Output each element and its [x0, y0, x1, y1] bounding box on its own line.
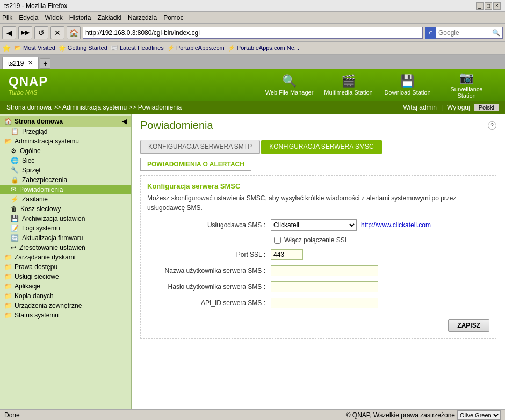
- sidebar-item-backup-settings[interactable]: 💾 Archiwizacja ustawień: [0, 214, 131, 223]
- help-icon[interactable]: ?: [488, 121, 496, 130]
- breadcrumb: Strona domowa >> Administracja systemu >…: [6, 104, 182, 111]
- home-button[interactable]: 🏠: [67, 26, 81, 39]
- menu-history[interactable]: Historia: [69, 14, 91, 21]
- sidebar-item-overview[interactable]: 📋 Przegląd: [0, 127, 131, 136]
- network-icon: 🌐: [11, 157, 19, 164]
- sidebar-group-status[interactable]: 📁 Status systemu: [0, 310, 131, 320]
- browser-menu: Plik Edycja Widok Historia Zakładki Narz…: [0, 12, 505, 24]
- theme-selector: © QNAP, Wszelkie prawa zastrzeżone Olive…: [346, 410, 501, 420]
- sidebar-item-firmware[interactable]: 🔄 Aktualizacja firmwaru: [0, 233, 131, 243]
- sidebar-group-disks[interactable]: 📁 Zarządzanie dyskami: [0, 252, 131, 262]
- sidebar-item-general[interactable]: ⚙ Ogólne: [0, 146, 131, 156]
- description: Możesz skonfigurować ustawienia SMSC, ab…: [147, 193, 489, 213]
- menu-bookmarks[interactable]: Zakładki: [97, 14, 121, 21]
- section-title: Konfiguracja serwera SMSC: [147, 182, 489, 190]
- sidebar-item-recycle[interactable]: 🗑 Kosz sieciowy: [0, 204, 131, 214]
- sidebar-group-apps[interactable]: 📁 Aplikacje: [0, 281, 131, 291]
- maximize-button[interactable]: □: [485, 2, 492, 10]
- sidebar-collapse-icon[interactable]: ◀: [122, 118, 127, 125]
- bookmark-most-visited[interactable]: 📂 Most Visited: [14, 45, 55, 52]
- sidebar-home[interactable]: 🏠 Strona domowa ◀: [0, 116, 131, 127]
- qnap-body: 🏠 Strona domowa ◀ 📋 Przegląd 📂 Administr…: [0, 114, 505, 409]
- provider-select[interactable]: Clickatell: [271, 219, 357, 231]
- browser-toolbar: ◀ ▶▶ ↺ ✕ 🏠 G 🔍: [0, 24, 505, 42]
- hardware-icon: 🔧: [11, 166, 19, 174]
- provider-link[interactable]: http://www.clickatell.com: [361, 221, 431, 229]
- nav-surveillance-station[interactable]: 📷 Surveillance Station: [437, 69, 496, 101]
- access-folder-icon: 📁: [4, 263, 12, 271]
- sidebar-group-external[interactable]: 📁 Urządzenia zewnętrzne: [0, 301, 131, 310]
- provider-row: Usługodawca SMS : Clickatell http://www.…: [147, 219, 489, 231]
- bookmark-portableapps[interactable]: ⚡ PortableApps.com: [167, 45, 225, 52]
- home-icon: 🏠: [4, 118, 12, 125]
- menu-tools[interactable]: Narzędzia: [128, 14, 157, 21]
- logout-link[interactable]: Wyloguj: [447, 104, 470, 111]
- tab-smsc[interactable]: KONFIGURACJA SERWERA SMSC: [261, 140, 381, 154]
- external-folder-icon: 📁: [4, 302, 12, 309]
- nav-multimedia-station[interactable]: 🎬 Multimedia Station: [319, 69, 378, 101]
- power-icon: ⚡: [11, 195, 19, 203]
- sidebar-item-network[interactable]: 🌐 Sieć: [0, 156, 131, 165]
- search-input[interactable]: [436, 29, 490, 37]
- menu-help[interactable]: Pomoc: [163, 14, 183, 21]
- sidebar-group-access[interactable]: 📁 Prawa dostępu: [0, 262, 131, 272]
- menu-view[interactable]: Widok: [45, 14, 62, 21]
- bookmark-portableapps2[interactable]: ⚡ PortableApps.com Ne...: [228, 45, 299, 52]
- menu-edit[interactable]: Edycja: [19, 14, 38, 21]
- qnap-header: QNAP Turbo NAS 🔍 Web File Manager 🎬 Mult…: [0, 69, 505, 101]
- bookmark-getting-started[interactable]: 🌟 Getting Started: [59, 45, 107, 52]
- api-input[interactable]: [271, 298, 378, 308]
- multimedia-station-icon: 🎬: [341, 74, 356, 88]
- sidebar-group-services[interactable]: 📁 Usługi sieciowe: [0, 272, 131, 281]
- username-input[interactable]: [271, 265, 378, 276]
- sidebar: 🏠 Strona domowa ◀ 📋 Przegląd 📂 Administr…: [0, 114, 132, 409]
- content-area: KONFIGURACJA SERWERA SMTP KONFIGURACJA S…: [132, 140, 505, 347]
- close-button[interactable]: ×: [493, 2, 501, 10]
- language-selector[interactable]: Polski: [474, 104, 499, 111]
- qnap-subheader: Strona domowa >> Administracja systemu >…: [0, 101, 505, 114]
- general-icon: ⚙: [11, 147, 17, 155]
- subheader-right: Witaj admin | Wyloguj Polski: [403, 104, 499, 111]
- sidebar-item-reset[interactable]: ↩ Zresetowanie ustawień: [0, 243, 131, 252]
- sidebar-item-notifications[interactable]: ✉ Powiadomienia: [0, 185, 131, 194]
- sidebar-item-power[interactable]: ⚡ Zasilanie: [0, 194, 131, 204]
- save-button[interactable]: ZAPISZ: [448, 319, 489, 332]
- stop-button[interactable]: ✕: [50, 26, 64, 39]
- qnap-logo: QNAP Turbo NAS: [9, 74, 48, 96]
- browser-titlebar: ts219 - Mozilla Firefox _ □ ×: [0, 0, 505, 12]
- port-input[interactable]: [271, 249, 303, 260]
- theme-dropdown[interactable]: Olive Green: [457, 410, 501, 420]
- tab-close-icon[interactable]: ✕: [28, 60, 33, 67]
- status-folder-icon: 📁: [4, 312, 12, 319]
- menu-file[interactable]: Plik: [2, 14, 12, 21]
- sidebar-item-security[interactable]: 🔒 Zabezpieczenia: [0, 175, 131, 185]
- tab-smtp[interactable]: KONFIGURACJA SERWERA SMTP: [140, 140, 260, 154]
- sidebar-item-hardware[interactable]: 🔧 Sprzęt: [0, 165, 131, 175]
- folder-open-icon: 📂: [4, 137, 12, 145]
- sidebar-group-backup[interactable]: 📁 Kopia danych: [0, 291, 131, 301]
- security-icon: 🔒: [11, 176, 19, 184]
- browser-tab-ts219[interactable]: ts219 ✕: [2, 57, 39, 69]
- ssl-label: Włącz połączenie SSL: [284, 236, 348, 244]
- password-label: Hasło użytkownika serwera SMS :: [147, 283, 271, 291]
- password-input[interactable]: [271, 281, 378, 292]
- api-row: API_ID serwera SMS :: [147, 298, 489, 308]
- reset-icon: ↩: [11, 244, 16, 251]
- address-bar[interactable]: [83, 27, 423, 39]
- search-submit-icon[interactable]: 🔍: [490, 29, 502, 37]
- status-bar: Done © QNAP, Wszelkie prawa zastrzeżone …: [0, 409, 505, 420]
- nav-download-station[interactable]: 💾 Download Station: [378, 69, 437, 101]
- ssl-checkbox[interactable]: [274, 237, 281, 244]
- sidebar-item-logs[interactable]: 📝 Logi systemu: [0, 223, 131, 233]
- back-button[interactable]: ◀: [2, 26, 16, 39]
- sub-tab-alerts[interactable]: POWIADOMIENIA O ALERTACH: [140, 158, 251, 171]
- bookmark-headlines[interactable]: 📰 Latest Headlines: [111, 45, 164, 52]
- sidebar-group-admin[interactable]: 📂 Administracja systemu: [0, 136, 131, 146]
- port-label: Port SSL :: [147, 251, 271, 258]
- new-tab-button[interactable]: +: [40, 58, 50, 69]
- window-controls[interactable]: _ □ ×: [476, 2, 501, 10]
- nav-web-file-manager[interactable]: 🔍 Web File Manager: [260, 69, 319, 101]
- forward-button[interactable]: ▶▶: [18, 26, 32, 39]
- reload-button[interactable]: ↺: [34, 26, 48, 39]
- minimize-button[interactable]: _: [476, 2, 484, 10]
